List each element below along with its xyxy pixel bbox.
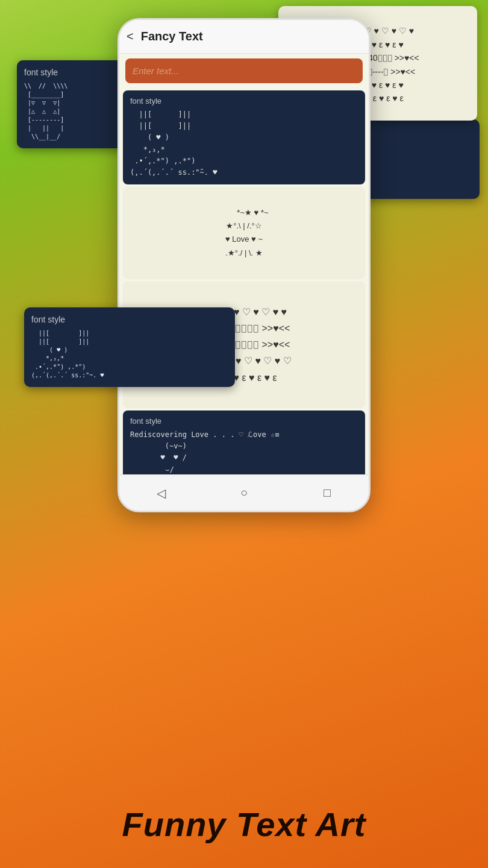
font-style-art-1: ||[ ]|| ||[ ]|| ( ♥ ) *,₃,* .•´,.*") ,.*… <box>130 109 358 178</box>
font-style-label-1: font style <box>130 96 358 105</box>
phone-device: < Fancy Text Enter text... font style ||… <box>117 18 371 512</box>
text-input-area[interactable]: Enter text... <box>125 58 363 83</box>
font-card-mid-left-art: ||[ ]|| ||[ ]|| ( ♥ ) *,₃,* .•´,.*") ,.*… <box>31 329 228 380</box>
font-card-mid-left-label: font style <box>31 315 228 324</box>
emoji-hearts-card: *~★ ♥ *~ ★°.\ | /.°☆ ♥ Love ♥ ~ .★°./ | … <box>123 187 365 279</box>
phone-nav-bar: ◁ ○ □ <box>119 474 369 511</box>
app-bar-title: Fancy Text <box>141 30 203 43</box>
phone-screen: < Fancy Text Enter text... font style ||… <box>119 20 369 474</box>
nav-home-button[interactable]: ○ <box>236 485 252 502</box>
app-bar: < Fancy Text <box>119 20 369 54</box>
font-style-art-2: Rediscovering Love . . . ♡ ℒove ☆≡ (~v~)… <box>130 429 358 474</box>
back-button[interactable]: < <box>127 30 134 43</box>
font-card-mid-left: font style ||[ ]|| ||[ ]|| ( ♥ ) *,₃,* .… <box>24 307 235 387</box>
app-title-text: Funny Text Art <box>0 805 488 844</box>
font-style-card-1: font style ||[ ]|| ||[ ]|| ( ♥ ) *,₃,* .… <box>123 90 365 184</box>
emoji-hearts-content: *~★ ♥ *~ ★°.\ | /.°☆ ♥ Love ♥ ~ .★°./ | … <box>225 208 269 257</box>
font-style-label-2: font style <box>130 417 358 426</box>
nav-recents-button[interactable]: □ <box>319 485 336 502</box>
font-style-card-2: font style Rediscovering Love . . . ♡ ℒo… <box>123 410 365 474</box>
font-styles-list: font style ||[ ]|| ||[ ]|| ( ♥ ) *,₃,* .… <box>119 88 369 474</box>
nav-back-button[interactable]: ◁ <box>152 485 169 502</box>
